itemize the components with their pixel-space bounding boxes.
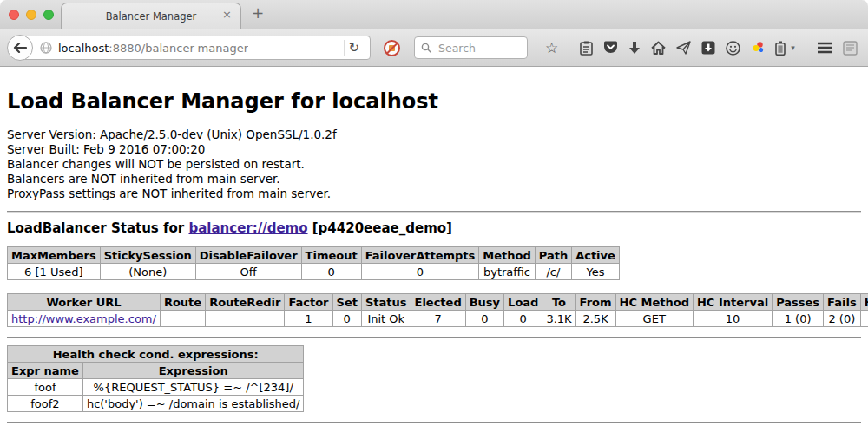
- balancer-value-row: 6 [1 Used] (None) Off 0 0 bytraffic /c/ …: [8, 264, 620, 280]
- toolbar-separator: [569, 37, 569, 58]
- cell-to: 3.1K: [542, 311, 575, 327]
- url-domain: localhost: [58, 42, 108, 55]
- col-hc-uri: HC uri: [860, 294, 868, 311]
- back-arrow-icon: [13, 43, 27, 53]
- smiley-icon[interactable]: [726, 41, 740, 56]
- col-maxmembers: MaxMembers: [8, 247, 101, 264]
- cell-set: 0: [332, 311, 361, 327]
- col-routeredir: RouteRedir: [206, 294, 285, 311]
- toolbar-icons: ☆: [545, 37, 858, 58]
- pocket-icon[interactable]: [603, 41, 618, 55]
- proxypass-note-line: ProxyPass settings are NOT inherited fro…: [7, 187, 861, 201]
- col-set: Set: [332, 294, 361, 311]
- col-active: Active: [572, 247, 620, 264]
- cell-fails: 2 (0): [824, 311, 861, 327]
- balancer-status-heading: LoadBalancer Status for balancer://demo …: [7, 220, 861, 236]
- cell-routeredir: [206, 311, 285, 327]
- close-window-button[interactable]: [9, 10, 19, 20]
- back-button[interactable]: [7, 35, 33, 61]
- col-factor: Factor: [285, 294, 332, 311]
- title-bar: Balancer Manager × +: [0, 0, 868, 29]
- server-info: Server Version: Apache/2.5.0-dev (Unix) …: [7, 128, 861, 201]
- search-icon: [421, 43, 431, 53]
- worker-status-table: Worker URL Route RouteRedir Factor Set S…: [7, 293, 868, 327]
- cell-path: /c/: [535, 264, 571, 280]
- tab-close-icon[interactable]: ×: [222, 9, 232, 20]
- worker-url-link[interactable]: http://www.example.com/: [11, 312, 156, 325]
- divider-middle: [7, 337, 861, 338]
- browser-window: Balancer Manager × + localhost:8880/bala…: [0, 0, 868, 426]
- cell-expression-2: hc('body') =~ /domain is established/: [82, 396, 304, 412]
- cell-expression-1: %{REQUEST_STATUS} =~ /^[234]/: [82, 379, 304, 396]
- col-path: Path: [535, 247, 571, 264]
- menu-icon[interactable]: [817, 42, 832, 54]
- divider-bottom: [7, 422, 861, 423]
- server-version-line: Server Version: Apache/2.5.0-dev (Unix) …: [7, 128, 861, 142]
- bookmark-star-icon[interactable]: ☆: [545, 41, 558, 56]
- col-from: From: [575, 294, 615, 311]
- zoom-window-button[interactable]: [43, 10, 54, 20]
- cell-load: 0: [504, 311, 542, 327]
- url-bar[interactable]: localhost:8880/balancer-manager ↻: [20, 36, 371, 60]
- col-stickysession: StickySession: [100, 247, 195, 264]
- health-header-row: Expr name Expression: [8, 363, 304, 379]
- col-load: Load: [504, 294, 542, 311]
- reading-list-icon[interactable]: [580, 41, 593, 56]
- cell-worker-url: http://www.example.com/: [8, 311, 161, 327]
- cell-from: 2.5K: [575, 311, 615, 327]
- cell-method: bytraffic: [479, 264, 535, 280]
- cell-failoverattempts: 0: [361, 264, 479, 280]
- browser-tab[interactable]: Balancer Manager ×: [61, 3, 241, 29]
- status-heading-prefix: LoadBalancer Status for: [7, 220, 188, 236]
- cell-timeout: 0: [301, 264, 361, 280]
- url-text: localhost:8880/balancer-manager: [58, 42, 248, 55]
- new-tab-button[interactable]: +: [252, 4, 264, 22]
- cell-status: Init Ok: [361, 311, 411, 327]
- server-built-line: Server Built: Feb 9 2016 07:00:20: [7, 142, 861, 157]
- col-hc-method: HC Method: [615, 294, 693, 311]
- health-row-foof: foof %{REQUEST_STATUS} =~ /^[234]/: [8, 379, 304, 396]
- toolbar-separator-2: [806, 37, 806, 58]
- plugin-blocked-icon[interactable]: [384, 40, 400, 56]
- cell-busy: 0: [465, 311, 503, 327]
- cell-elected: 7: [411, 311, 465, 327]
- cell-maxmembers: 6 [1 Used]: [8, 264, 101, 280]
- search-input[interactable]: [437, 41, 515, 56]
- page-title: Load Balancer Manager for localhost: [7, 89, 861, 114]
- cell-disablefailover: Off: [195, 264, 301, 280]
- colored-dots-addon-icon[interactable]: [751, 41, 765, 55]
- battery-addon-icon[interactable]: [775, 41, 786, 56]
- home-icon[interactable]: [651, 41, 666, 55]
- page-content: Load Balancer Manager for localhost Serv…: [0, 67, 868, 426]
- health-check-table: Health check cond. expressions: Expr nam…: [7, 345, 304, 412]
- col-expr-name: Expr name: [8, 363, 83, 379]
- balancer-header-row: MaxMembers StickySession DisableFailover…: [8, 247, 620, 264]
- worker-value-row: http://www.example.com/ 1 0 Init Ok 7 0 …: [8, 311, 868, 327]
- cell-hc-uri: [860, 311, 868, 327]
- col-worker-url: Worker URL: [8, 294, 161, 311]
- col-passes: Passes: [773, 294, 824, 311]
- navigation-toolbar: localhost:8880/balancer-manager ↻ ☆: [0, 29, 868, 67]
- tab-title: Balancer Manager: [106, 10, 197, 23]
- globe-icon: [40, 42, 52, 54]
- divider-top: [7, 211, 861, 213]
- window-controls: [9, 10, 54, 20]
- health-title-row: Health check cond. expressions:: [8, 346, 304, 363]
- downloads-icon[interactable]: [628, 41, 641, 55]
- cell-factor: 1: [285, 311, 332, 327]
- search-bar[interactable]: [414, 36, 528, 59]
- col-disablefailover: DisableFailover: [195, 247, 301, 264]
- reload-icon[interactable]: ↻: [345, 42, 363, 55]
- plugin-slash: [386, 43, 398, 54]
- download-helper-icon[interactable]: [701, 41, 715, 55]
- inherit-note-line: Balancers are NOT inherited from main se…: [7, 172, 861, 187]
- col-fails: Fails: [824, 294, 861, 311]
- col-route: Route: [160, 294, 205, 311]
- cell-route: [160, 311, 205, 327]
- balancer-link[interactable]: balancer://demo: [188, 220, 307, 236]
- tab-groups-icon[interactable]: [843, 41, 858, 56]
- minimize-window-button[interactable]: [26, 10, 36, 20]
- url-path: :8880/balancer-manager: [108, 42, 248, 55]
- dropdown-caret-icon[interactable]: ▾: [791, 43, 795, 52]
- send-page-icon[interactable]: [676, 41, 691, 55]
